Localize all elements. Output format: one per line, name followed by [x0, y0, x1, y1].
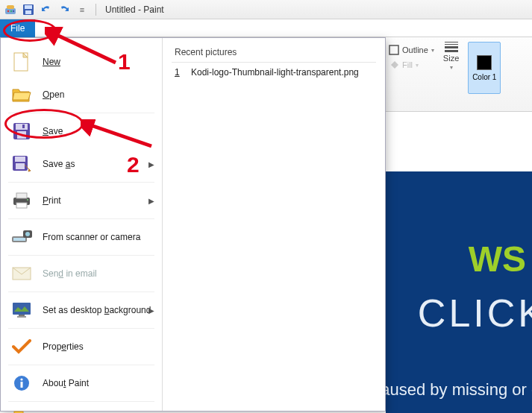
file-menu: New Open Save Save as ▶ — [0, 37, 386, 412]
menu-send-label: Send in email — [43, 268, 97, 279]
banner-click-text: CLICK — [418, 291, 532, 335]
color1-label: Color 1 — [472, 73, 496, 81]
info-icon — [11, 373, 32, 394]
svg-rect-1 — [7, 5, 14, 9]
undo-icon[interactable] — [39, 2, 54, 17]
ribbon-panel-right: Outline ▾ Fill ▾ Size ▾ Color 1 — [386, 37, 532, 112]
banner-ws-text: WS — [469, 239, 526, 280]
menu-desktop-background[interactable]: Set as desktop background ▶ — [1, 294, 162, 327]
svg-point-4 — [13, 10, 14, 11]
svg-point-20 — [27, 199, 28, 201]
svg-rect-12 — [17, 131, 26, 139]
menu-about-label: About Paint — [43, 378, 89, 388]
file-menu-left: New Open Save Save as ▶ — [1, 38, 163, 411]
size-group[interactable]: Size ▾ — [443, 42, 459, 71]
color1-button[interactable]: Color 1 — [468, 42, 501, 94]
redo-icon[interactable] — [57, 2, 72, 17]
svg-rect-28 — [17, 316, 26, 318]
svg-rect-27 — [19, 315, 25, 316]
chevron-right-icon: ▶ — [148, 160, 154, 168]
save-floppy-icon — [11, 121, 32, 142]
menu-save-label: Save — [43, 126, 63, 136]
app-icon[interactable] — [3, 2, 18, 17]
svg-rect-8 — [389, 45, 398, 54]
svg-rect-7 — [25, 10, 31, 14]
svg-rect-18 — [16, 193, 27, 198]
menu-about[interactable]: About Paint — [1, 367, 162, 400]
menu-print[interactable]: Print ▶ — [1, 184, 162, 217]
divider — [96, 4, 96, 16]
outline-icon — [389, 45, 399, 55]
fill-button[interactable]: Fill ▾ — [389, 60, 434, 70]
canvas-whitespace — [386, 112, 532, 171]
fill-icon — [389, 60, 399, 70]
svg-rect-26 — [13, 303, 31, 315]
menu-properties-label: Properties — [43, 341, 84, 352]
menu-scanner[interactable]: From scanner or camera — [1, 221, 162, 253]
exit-door-icon — [11, 409, 32, 413]
recent-item-index: 1 — [175, 67, 184, 78]
file-tab[interactable]: File — [0, 19, 35, 37]
svg-point-2 — [7, 10, 9, 11]
printer-icon — [11, 190, 32, 211]
scanner-camera-icon — [11, 227, 32, 248]
svg-rect-6 — [25, 5, 32, 9]
menu-scanner-label: From scanner or camera — [43, 232, 140, 242]
svg-rect-22 — [13, 238, 25, 241]
envelope-icon — [11, 263, 32, 284]
menu-print-label: Print — [43, 195, 61, 206]
menu-save-as[interactable]: Save as ▶ — [1, 148, 162, 180]
menu-new[interactable]: New — [1, 45, 162, 78]
svg-rect-19 — [16, 203, 27, 208]
file-menu-right: Recent pictures 1 Kodi-logo-Thumbnail-li… — [163, 38, 385, 411]
window-title: Untitled - Paint — [105, 4, 164, 15]
fill-label: Fill — [402, 60, 413, 69]
outline-label: Outline — [402, 45, 428, 54]
menu-new-label: New — [43, 57, 60, 67]
background-banner: WS CLICK aused by missing or c — [386, 171, 532, 413]
svg-rect-30 — [21, 382, 23, 388]
menu-properties[interactable]: Properties — [1, 330, 162, 363]
save-icon[interactable] — [21, 2, 36, 17]
quick-access-toolbar: ≡ — [3, 2, 90, 17]
title-bar: ≡ Untitled - Paint — [0, 0, 532, 19]
new-file-icon — [11, 51, 32, 72]
menu-save-as-label: Save as — [43, 159, 75, 169]
menu-open[interactable]: Open — [1, 78, 162, 111]
menu-exit[interactable]: Exit — [1, 403, 162, 413]
recent-item-name: Kodi-logo-Thumbnail-light-transparent.pn… — [191, 67, 359, 78]
chevron-right-icon: ▶ — [148, 197, 154, 205]
svg-rect-11 — [16, 124, 28, 130]
outline-button[interactable]: Outline ▾ — [389, 45, 434, 55]
qat-customize-icon[interactable]: ≡ — [75, 2, 90, 17]
svg-rect-13 — [22, 124, 25, 128]
svg-rect-15 — [15, 157, 25, 162]
desktop-background-icon — [11, 300, 32, 321]
svg-point-24 — [25, 232, 30, 236]
recent-item[interactable]: 1 Kodi-logo-Thumbnail-light-transparent.… — [172, 63, 376, 82]
menu-save[interactable]: Save — [1, 115, 162, 148]
size-icon — [445, 42, 458, 52]
chevron-right-icon: ▶ — [148, 306, 154, 315]
checkmark-icon — [11, 336, 32, 357]
open-folder-icon — [11, 84, 32, 105]
svg-rect-16 — [16, 163, 25, 169]
menu-desktop-label: Set as desktop background — [43, 305, 151, 315]
svg-point-31 — [20, 378, 22, 380]
ribbon-tabs: File — [0, 19, 532, 37]
color1-swatch — [477, 55, 492, 70]
menu-open-label: Open — [43, 89, 64, 100]
recent-pictures-header: Recent pictures — [172, 44, 376, 63]
svg-point-3 — [10, 10, 12, 11]
banner-missing-text: aused by missing or c — [386, 380, 532, 400]
size-label: Size — [443, 54, 459, 63]
menu-send-email[interactable]: Send in email — [1, 257, 162, 290]
save-as-icon — [11, 154, 32, 174]
